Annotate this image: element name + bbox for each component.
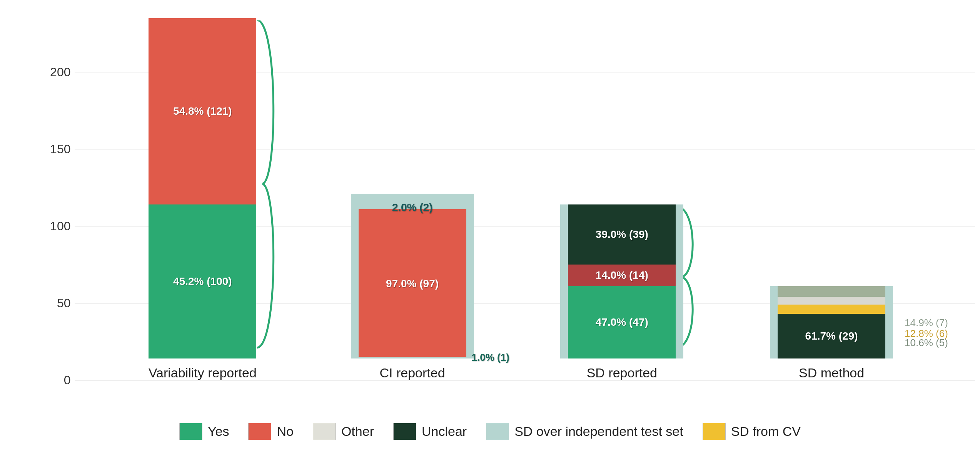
plot-area: 050100150200 45.2% (100)54.8% (121)Varia… [52,20,952,411]
y-tick-label: 200 [48,65,71,79]
x-axis-label-sd: SD reported [587,365,657,380]
legend: YesNoOtherUnclearSD over independent tes… [28,411,952,444]
legend-label: Other [341,424,374,439]
legend-item: Yes [179,423,229,440]
legend-label: Yes [208,424,229,439]
float-label-0: 14.9% (7) [905,317,948,329]
legend-swatch [703,423,726,440]
legend-label: Unclear [422,424,467,439]
x-axis-label-sd_method: SD method [799,365,864,380]
y-tick-label: 0 [48,373,71,387]
bar-segment [778,297,885,305]
bar-segment [778,305,885,314]
bar-segment-label: 14.0% (14) [596,269,648,281]
y-tick-label: 150 [48,142,71,156]
chart-container: 050100150200 45.2% (100)54.8% (121)Varia… [28,20,952,444]
legend-item: Other [313,423,374,440]
y-tick-label: 50 [48,296,71,310]
legend-swatch [486,423,509,440]
y-tick-label: 100 [48,219,71,233]
bar-segment: 14.0% (14) [568,265,676,286]
legend-label: SD from CV [731,424,801,439]
bar-segment-label: 97.0% (97) [386,278,439,290]
bar-segment-label: 47.0% (47) [596,316,648,328]
bar-segment-label: 45.2% (100) [173,275,232,288]
bars-container: 45.2% (100)54.8% (121)Variability report… [82,20,952,380]
bar-group-variability: 45.2% (100)54.8% (121)Variability report… [149,18,257,380]
x-axis-label-variability: Variability reported [149,365,257,380]
bar-segment: 61.7% (29) [778,314,885,358]
bar-segment-label: 61.7% (29) [805,330,858,342]
legend-swatch [313,423,336,440]
bar-segment-label: 54.8% (121) [173,105,232,117]
legend-item: SD from CV [703,423,801,440]
bar-segment: 45.2% (100) [149,204,256,358]
chart-area: 050100150200 45.2% (100)54.8% (121)Varia… [28,20,952,411]
bar-segment: 54.8% (121) [149,18,256,204]
legend-item: No [248,423,293,440]
legend-item: Unclear [393,423,467,440]
bar-segment: 2.0% (2) [359,206,466,209]
legend-label: No [277,424,293,439]
legend-swatch [179,423,202,440]
legend-swatch [248,423,271,440]
bar-group-sd: 47.0% (47)14.0% (14)39.0% (39)SD reporte… [568,204,676,380]
bar-segment: 47.0% (47) [568,286,676,358]
x-axis-label-ci: CI reported [380,365,445,380]
bar-group-sd_method: 61.7% (29)14.9% (7)12.8% (6)10.6% (5)SD … [778,286,885,380]
bar-segment-label: 39.0% (39) [596,228,648,241]
legend-item: SD over independent test set [486,423,683,440]
bar-group-ci: 97.0% (97)2.0% (2)1.0% (1)CI reported [359,206,466,380]
bar-segment: 39.0% (39) [568,204,676,265]
legend-swatch [393,423,416,440]
bar-segment: 97.0% (97) [359,209,466,358]
legend-label: SD over independent test set [514,424,683,439]
bar-segment [778,286,885,297]
float-label-2: 10.6% (5) [905,337,948,349]
